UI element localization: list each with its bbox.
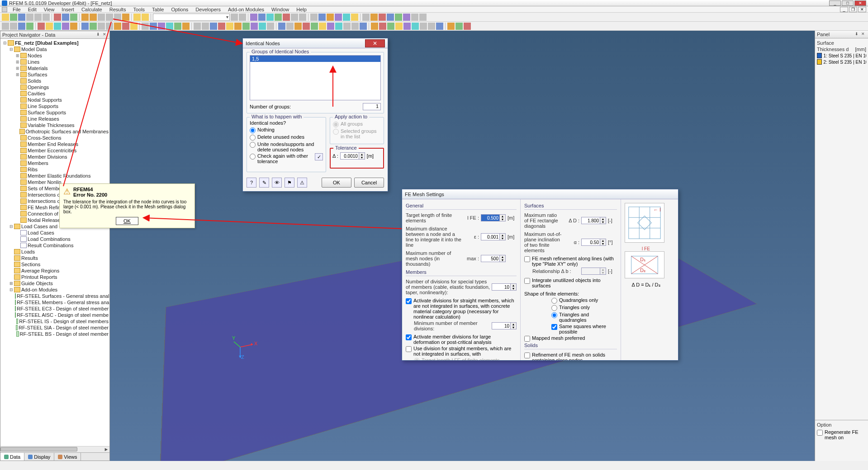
menu-help[interactable]: Help <box>293 7 310 12</box>
solids-refinement-check[interactable]: Refinement of FE mesh on solids containi… <box>524 352 617 361</box>
tree-node[interactable]: Loads <box>1 249 109 255</box>
navigator-hscroll[interactable]: ◄► <box>0 446 109 452</box>
tool-icon[interactable] <box>286 23 294 30</box>
tool-icon[interactable] <box>447 23 455 30</box>
tool-icon[interactable] <box>294 23 302 30</box>
tool-icon[interactable] <box>122 23 129 30</box>
tool-icon[interactable] <box>166 23 173 30</box>
tool-icon[interactable] <box>70 23 77 30</box>
tree-node[interactable]: Load Cases <box>1 230 109 236</box>
tool-icon[interactable] <box>291 14 298 21</box>
recheck-icon[interactable]: ✓ <box>315 153 323 160</box>
cancel-button[interactable]: Cancel <box>354 178 384 188</box>
menu-window[interactable]: Window <box>268 7 293 12</box>
max-distance-spinner[interactable]: ▲▼ <box>481 233 506 240</box>
large-deform-check[interactable]: Activate member divisions for large defo… <box>406 334 517 345</box>
tool-icon[interactable] <box>267 23 274 30</box>
tool-icon[interactable] <box>26 14 33 21</box>
tool-icon[interactable] <box>90 14 97 21</box>
tree-node[interactable]: ⊟Add-on Modules <box>1 287 109 293</box>
tool-icon[interactable] <box>343 14 350 21</box>
eye-icon[interactable]: 👁 <box>272 178 282 188</box>
tree-node[interactable]: Solids <box>1 78 109 84</box>
tree-node[interactable]: ⊟Model Data <box>1 46 109 52</box>
action-icon[interactable]: ⚑ <box>285 178 294 188</box>
tool-icon[interactable] <box>327 23 334 30</box>
tool-icon[interactable] <box>18 23 25 30</box>
menu-edit[interactable]: Edit <box>24 7 40 12</box>
tool-icon[interactable] <box>18 14 25 21</box>
tool-icon[interactable] <box>133 14 141 21</box>
tool-icon[interactable] <box>335 23 342 30</box>
tree-node[interactable]: RF-STEEL IS - Design of steel members <box>1 318 109 324</box>
min-divisions-spinner[interactable]: ▲▼ <box>492 322 517 329</box>
tool-icon[interactable] <box>250 14 257 21</box>
navigator-tree[interactable]: ⊟FE_netz [Dlubal Examples]⊟Model Data⊞No… <box>0 39 109 446</box>
tool-icon[interactable] <box>275 14 282 21</box>
nav-tab-data[interactable]: Data <box>0 453 24 461</box>
opt-unite[interactable]: Unite nodes/supports and delete unused n… <box>250 141 323 152</box>
both-radio[interactable]: Triangles and quadrangles <box>524 312 617 323</box>
dialog-close-button[interactable]: ✕ <box>365 39 385 47</box>
error-ok-button[interactable]: OK <box>116 217 138 225</box>
tool-icon[interactable] <box>319 23 326 30</box>
tool-icon[interactable] <box>411 14 418 21</box>
opt-delete-unused[interactable]: Delete unused nodes <box>250 134 323 141</box>
tool-icon[interactable] <box>403 23 411 30</box>
tree-node[interactable]: RF-STEEL SIA - Design of steel member <box>1 324 109 331</box>
menu-file[interactable]: File <box>9 7 24 12</box>
tool-icon[interactable] <box>420 23 427 30</box>
tool-icon[interactable] <box>412 23 419 30</box>
tool-icon[interactable] <box>259 23 266 30</box>
tool-icon[interactable] <box>54 14 61 21</box>
refinement-lines-check[interactable]: FE mesh refinement along lines (with typ… <box>524 256 617 267</box>
tool-icon[interactable] <box>403 14 410 21</box>
tool-icon[interactable] <box>251 23 258 30</box>
tool-icon[interactable] <box>90 23 97 30</box>
activate-divisions-check[interactable]: Activate divisions for straight members,… <box>406 298 517 320</box>
tool-icon[interactable] <box>38 23 45 30</box>
tool-icon[interactable] <box>343 23 351 30</box>
tree-node[interactable]: Surface Supports <box>1 109 109 116</box>
tool-icon[interactable] <box>81 23 89 30</box>
tree-node[interactable]: Ribs <box>1 166 109 173</box>
max-ratio-spinner[interactable]: ▲▼ <box>581 217 606 224</box>
tool-icon[interactable] <box>327 14 334 21</box>
tool-icon[interactable] <box>362 14 370 21</box>
tool-icon[interactable] <box>98 23 105 30</box>
tree-node[interactable]: Openings <box>1 84 109 90</box>
tool-icon[interactable] <box>371 23 378 30</box>
tree-node[interactable]: Members <box>1 160 109 166</box>
tree-node[interactable]: Line Releases <box>1 116 109 122</box>
tree-node[interactable]: Result Combinations <box>1 242 109 249</box>
tool-icon[interactable] <box>106 23 113 30</box>
tool-icon[interactable] <box>182 23 190 30</box>
tool-icon[interactable] <box>210 23 217 30</box>
tree-node[interactable]: Printout Reports <box>1 274 109 280</box>
regenerate-mesh-check[interactable]: Regenerate FE mesh on <box>817 429 866 440</box>
tool-icon[interactable] <box>351 14 358 21</box>
tool-icon[interactable] <box>130 23 138 30</box>
tool-icon[interactable] <box>242 23 250 30</box>
max-nodes-spinner[interactable]: ▲▼ <box>481 255 506 262</box>
tool-icon[interactable] <box>370 14 378 21</box>
help-icon[interactable]: ? <box>247 178 256 188</box>
tree-node[interactable]: Nodal Supports <box>1 97 109 103</box>
tool-icon[interactable] <box>335 14 342 21</box>
tool-icon[interactable] <box>106 14 113 21</box>
loadcase-dropdown[interactable] <box>153 14 230 21</box>
navigator-pin-icon[interactable]: ⬇ <box>95 32 101 38</box>
tree-node[interactable]: ⊞Surfaces <box>1 71 109 78</box>
panel-item[interactable]: 1: Steel S 235 | EN 1002 <box>817 53 866 58</box>
opt-recheck[interactable]: Check again with other tolerance✓ <box>250 153 323 164</box>
menu-table[interactable]: Table <box>148 7 167 12</box>
list-item[interactable]: 1,5 <box>250 56 380 62</box>
tree-node[interactable]: RF-STEEL EC3 - Design of steel member <box>1 306 109 312</box>
tool-icon[interactable] <box>395 23 403 30</box>
tool-icon[interactable] <box>54 23 61 30</box>
same-squares-check[interactable]: Same squares where possible <box>524 324 617 334</box>
tool-icon[interactable] <box>360 23 367 30</box>
tool-icon[interactable] <box>436 23 443 30</box>
tool-icon[interactable] <box>62 14 69 21</box>
tool-icon[interactable] <box>150 23 157 30</box>
